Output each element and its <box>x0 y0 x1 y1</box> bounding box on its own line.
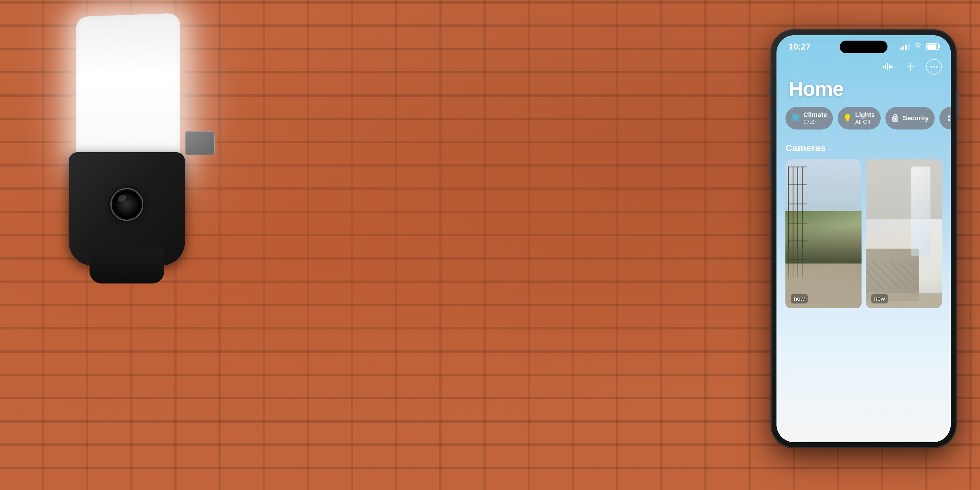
more-dot-1 <box>948 116 950 118</box>
camera-thumbnails-grid: now now <box>786 159 942 308</box>
status-icons <box>900 42 939 51</box>
climate-icon <box>791 113 800 123</box>
phone-volume-up-button <box>769 107 771 137</box>
security-icon <box>891 113 899 123</box>
indoor-camera-thumbnail[interactable]: now <box>866 159 942 308</box>
status-time: 10:27 <box>788 41 810 52</box>
signal-bar-4 <box>908 44 910 50</box>
add-icon[interactable] <box>904 60 918 74</box>
outdoor-camera-thumbnail[interactable]: now <box>786 159 862 308</box>
camera-lens <box>110 188 143 221</box>
svg-rect-10 <box>846 120 849 121</box>
climate-chip-text: Climate 17.0° <box>803 111 827 125</box>
security-camera-device <box>60 15 215 283</box>
dynamic-island <box>840 41 888 53</box>
signal-bar-2 <box>902 46 904 50</box>
waveform-icon[interactable] <box>881 60 895 74</box>
signal-bar-1 <box>900 48 902 50</box>
indoor-cam-timestamp: now <box>871 294 888 304</box>
more-options-icon[interactable] <box>926 59 942 75</box>
cameras-section: Cameras › <box>786 143 942 308</box>
security-chip-text: Security <box>903 114 929 122</box>
more-dot-3 <box>948 119 950 121</box>
svg-rect-2 <box>887 63 888 70</box>
svg-rect-5 <box>892 66 893 67</box>
phone-volume-down-button <box>769 146 771 176</box>
indoor-cam-ceiling <box>866 159 942 219</box>
svg-rect-4 <box>891 66 892 68</box>
outdoor-cam-plants <box>786 226 862 264</box>
lights-label: Lights <box>855 111 875 119</box>
outdoor-cam-timestamp: now <box>791 294 808 304</box>
wire-connection-box <box>185 131 215 155</box>
svg-rect-3 <box>889 64 890 69</box>
phone-device: 10:27 <box>771 30 956 448</box>
climate-sublabel: 17.0° <box>803 119 827 125</box>
more-chip[interactable] <box>939 107 951 129</box>
signal-bar-3 <box>905 45 907 50</box>
battery-fill <box>928 45 936 49</box>
camera-light-panel <box>76 13 180 172</box>
svg-rect-14 <box>895 119 896 120</box>
camera-wall-mount <box>89 248 164 283</box>
lights-sublabel: All Off <box>855 119 875 125</box>
signal-strength-icon <box>900 43 910 50</box>
svg-rect-11 <box>846 121 849 121</box>
cameras-title[interactable]: Cameras <box>786 143 826 154</box>
top-action-bar <box>881 59 942 75</box>
svg-rect-0 <box>883 66 885 68</box>
climate-chip[interactable]: Climate 17.0° <box>786 107 833 129</box>
home-title: Home <box>788 77 844 100</box>
phone-power-button <box>956 89 959 119</box>
more-chip-icon <box>948 116 951 121</box>
svg-rect-1 <box>885 64 886 69</box>
quick-access-chips: Climate 17.0° Lights All Off <box>786 107 942 129</box>
climate-label: Climate <box>803 111 827 119</box>
cameras-chevron-icon: › <box>828 144 830 153</box>
security-chip[interactable]: Security <box>885 107 935 129</box>
lights-icon <box>844 113 851 123</box>
wifi-icon <box>914 42 922 51</box>
indoor-cam-bedding <box>867 261 917 290</box>
security-label: Security <box>903 114 929 122</box>
svg-point-8 <box>936 66 938 68</box>
lights-chip[interactable]: Lights All Off <box>838 107 881 129</box>
phone-screen[interactable]: 10:27 <box>776 35 951 442</box>
svg-point-7 <box>934 66 935 68</box>
battery-icon <box>926 43 939 50</box>
lights-chip-text: Lights All Off <box>855 111 875 125</box>
cameras-header: Cameras › <box>786 143 942 154</box>
phone-mute-button <box>769 81 771 97</box>
svg-point-6 <box>931 66 932 68</box>
